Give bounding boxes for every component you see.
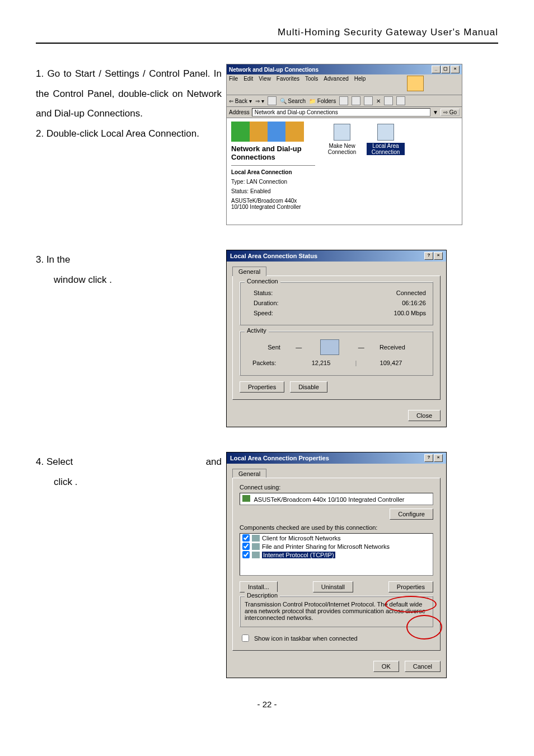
list-item[interactable]: File and Printer Sharing for Microsoft N…	[240, 542, 433, 550]
make-new-connection-item[interactable]: Make New Connection	[323, 124, 361, 155]
status-val: Connected	[396, 290, 426, 296]
menu-file[interactable]: File	[229, 76, 238, 94]
disable-button[interactable]: Disable	[290, 381, 327, 393]
checkbox[interactable]	[242, 534, 250, 542]
close-icon[interactable]: ×	[434, 454, 443, 462]
undo-icon[interactable]	[384, 96, 393, 105]
folder-banner-icon	[231, 122, 304, 142]
show-icon-checkbox[interactable]	[242, 634, 249, 642]
close-button[interactable]: Close	[408, 410, 441, 421]
forward-button[interactable]: ⇒ ▾	[255, 98, 264, 104]
local-area-connection-item[interactable]: Local Area Connection	[367, 124, 405, 155]
ok-button[interactable]: OK	[373, 661, 399, 672]
install-button[interactable]: Install...	[240, 581, 278, 592]
up-icon[interactable]	[268, 96, 277, 105]
props-title: Local Area Connection Properties	[230, 455, 329, 461]
step-3a: 3. In the	[36, 254, 70, 265]
packets-sent: 12,215	[292, 360, 350, 366]
status-dialog: Local Area Connection Status ? × General…	[226, 250, 447, 427]
checkbox[interactable]	[242, 543, 250, 550]
step-1: 1. Go to Start / Settings / Control Pane…	[36, 64, 222, 124]
move-icon[interactable]	[352, 96, 360, 105]
show-icon-label: Show icon in taskbar when connected	[254, 635, 358, 642]
tab-general[interactable]: General	[232, 267, 266, 276]
help-icon[interactable]: ?	[424, 454, 433, 462]
address-field[interactable]: Network and Dial-up Connections	[252, 108, 430, 116]
client-icon	[252, 535, 260, 542]
close-icon[interactable]: ×	[434, 252, 443, 260]
address-dropdown-icon[interactable]: ▼	[433, 109, 438, 115]
folders-button[interactable]: 📁 Folders	[309, 98, 336, 104]
search-button[interactable]: 🔍 Search	[280, 98, 306, 104]
duration-val: 06:16:26	[402, 300, 426, 306]
uninstall-button[interactable]: Uninstall	[313, 581, 353, 592]
copy-icon[interactable]	[364, 96, 373, 105]
page-number: - 22 -	[36, 699, 498, 709]
minimize-icon[interactable]: _	[432, 66, 441, 73]
connection-legend: Connection	[245, 278, 280, 284]
step-4c: click .	[36, 477, 78, 487]
step-4a: 4. Select	[36, 456, 73, 467]
explorer-window: Network and Dial-up Connections _ ▢ × Fi…	[226, 64, 462, 225]
side-type: Type: LAN Connection	[231, 179, 315, 185]
menu-tools[interactable]: Tools	[305, 76, 318, 94]
tcpip-icon	[252, 552, 260, 558]
item-fileshare: File and Printer Sharing for Microsoft N…	[262, 543, 390, 550]
step-4b: and	[206, 456, 222, 467]
speed-val: 100.0 Mbps	[394, 310, 426, 316]
packets-key: Packets:	[252, 360, 292, 366]
properties-button[interactable]: Properties	[240, 381, 284, 393]
step-3b: window click .	[36, 274, 112, 285]
lac-label: Local Area Connection	[367, 143, 405, 155]
history-icon[interactable]	[339, 96, 348, 105]
explorer-toolbar[interactable]: ⇐ Back ▾ ⇒ ▾ 🔍 Search 📁 Folders ✕	[227, 95, 462, 107]
views-icon[interactable]	[396, 96, 405, 105]
item-client: Client for Microsoft Networks	[262, 535, 341, 542]
nic-icon	[242, 495, 250, 502]
annotation-circle-icon	[385, 596, 437, 613]
make-new-connection-icon	[334, 124, 350, 141]
item-tcpip: Internet Protocol (TCP/IP)	[262, 552, 335, 558]
list-item[interactable]: Internet Protocol (TCP/IP)	[240, 550, 433, 559]
configure-button[interactable]: Configure	[390, 508, 433, 520]
fileprint-icon	[252, 543, 260, 550]
properties-button[interactable]: Properties	[388, 581, 433, 592]
side-section: Local Area Connection	[231, 169, 315, 175]
status-key: Status:	[254, 290, 273, 296]
maximize-icon[interactable]: ▢	[441, 66, 450, 73]
close-icon[interactable]: ×	[451, 66, 460, 73]
back-button[interactable]: ⇐ Back ▾	[229, 98, 252, 104]
explorer-menubar[interactable]: File Edit View Favorites Tools Advanced …	[227, 74, 462, 95]
make-new-label: Make New Connection	[328, 143, 357, 155]
windows-flag-icon	[407, 76, 424, 91]
activity-legend: Activity	[245, 327, 269, 334]
cancel-button[interactable]: Cancel	[405, 661, 441, 672]
menu-view[interactable]: View	[259, 76, 271, 94]
properties-dialog: Local Area Connection Properties ? × Gen…	[226, 452, 447, 678]
speed-key: Speed:	[254, 310, 273, 316]
device-name: ASUSTeK/Broadcom 440x 10/100 Integrated …	[254, 496, 404, 503]
checkbox[interactable]	[242, 551, 250, 558]
components-label: Components checked are used by this conn…	[240, 524, 433, 531]
components-list[interactable]: Client for Microsoft Networks File and P…	[240, 533, 433, 576]
packets-recv: 109,427	[362, 360, 420, 366]
list-item[interactable]: Client for Microsoft Networks	[240, 534, 433, 542]
description-legend: Description	[245, 592, 280, 599]
delete-icon[interactable]: ✕	[376, 98, 381, 104]
status-title: Local Area Connection Status	[230, 253, 317, 259]
menu-edit[interactable]: Edit	[243, 76, 253, 94]
side-device: ASUSTeK/Broadcom 440x 10/100 Integrated …	[231, 198, 315, 210]
tab-general[interactable]: General	[232, 469, 266, 478]
go-button[interactable]: ⇨ Go	[441, 109, 460, 116]
side-title: Network and Dial-up Connections	[231, 145, 315, 162]
menu-help[interactable]: Help	[354, 76, 366, 94]
side-status: Status: Enabled	[231, 188, 315, 194]
local-area-connection-icon	[377, 124, 394, 141]
activity-icon	[320, 339, 339, 355]
step-2: 2. Double-click Local Area Connection.	[36, 124, 222, 144]
explorer-title: Network and Dial-up Connections	[229, 67, 318, 73]
help-icon[interactable]: ?	[424, 252, 433, 260]
sent-label: Sent	[268, 344, 280, 351]
menu-advanced[interactable]: Advanced	[324, 76, 348, 94]
menu-favorites[interactable]: Favorites	[277, 76, 299, 94]
